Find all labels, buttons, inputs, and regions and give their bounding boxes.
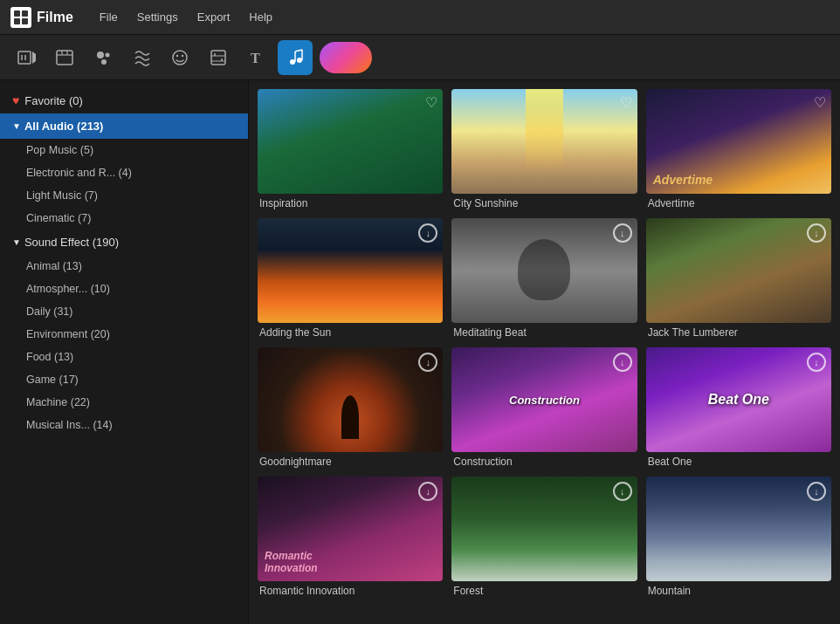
- sidebar-item-machine[interactable]: Machine (22): [0, 391, 248, 414]
- download-icon[interactable]: ↓: [613, 223, 632, 243]
- media-label: Goodnightmare: [258, 456, 443, 468]
- svg-rect-8: [57, 51, 72, 65]
- svg-point-14: [101, 59, 107, 65]
- main-layout: ♥ Favorite (0) ▼ All Audio (213) Pop Mus…: [0, 80, 840, 624]
- favorite-label: Favorite (0): [24, 94, 82, 107]
- download-icon[interactable]: ↓: [418, 482, 437, 501]
- video-edit-tool[interactable]: [9, 40, 44, 75]
- construction-overlay-text: Construction: [509, 394, 580, 407]
- svg-line-26: [295, 50, 302, 51]
- svg-rect-0: [14, 10, 20, 17]
- filter-tool[interactable]: [201, 40, 236, 75]
- media-label: City Sunshine: [451, 197, 637, 209]
- media-label: Forest: [451, 585, 637, 597]
- sticker-tool[interactable]: [162, 40, 197, 75]
- svg-marker-5: [32, 51, 36, 64]
- transition-tool[interactable]: [124, 40, 159, 75]
- sidebar-item-animal[interactable]: Animal (13): [0, 255, 248, 278]
- svg-rect-2: [14, 18, 20, 24]
- media-thumb: Beat One ↓: [646, 347, 831, 452]
- list-item[interactable]: Construction ↓ Construction: [451, 347, 637, 468]
- chevron-down-icon-2: ▼: [12, 237, 21, 247]
- media-thumb: ♡: [258, 89, 443, 194]
- favorite-heart-icon[interactable]: ♡: [620, 94, 632, 111]
- list-item[interactable]: Beat One ↓ Beat One: [646, 347, 831, 468]
- download-icon[interactable]: ↓: [807, 223, 826, 243]
- menu-file[interactable]: File: [91, 7, 127, 27]
- list-item[interactable]: ♡ City Sunshine: [451, 89, 637, 209]
- media-tool[interactable]: [47, 40, 82, 75]
- sidebar-item-cinematic[interactable]: Cinematic (7): [0, 207, 248, 230]
- heart-icon: ♥: [12, 93, 19, 107]
- media-label: Advertime: [646, 197, 831, 209]
- menu-settings[interactable]: Settings: [128, 7, 187, 27]
- text-tool[interactable]: T: [239, 40, 274, 75]
- media-thumb: ↓: [646, 218, 831, 323]
- gradient-effects-btn[interactable]: [320, 42, 372, 73]
- download-icon[interactable]: ↓: [418, 353, 437, 372]
- sidebar-item-all-audio[interactable]: ▼ All Audio (213): [0, 113, 248, 139]
- list-item[interactable]: ↓ Jack The Lumberer: [646, 218, 831, 339]
- sidebar-item-light-music[interactable]: Light Music (7): [0, 184, 248, 207]
- effects-tool[interactable]: [86, 40, 120, 75]
- svg-point-15: [173, 51, 187, 65]
- list-item[interactable]: ↓ Forest: [451, 477, 637, 597]
- sidebar-item-daily[interactable]: Daily (31): [0, 300, 248, 323]
- svg-point-17: [182, 54, 183, 56]
- audio-tool[interactable]: [278, 40, 313, 75]
- sidebar-item-environment[interactable]: Environment (20): [0, 323, 248, 346]
- sidebar-item-favorite[interactable]: ♥ Favorite (0): [0, 87, 248, 113]
- media-label: Meditating Beat: [451, 326, 637, 339]
- sidebar: ♥ Favorite (0) ▼ All Audio (213) Pop Mus…: [0, 80, 249, 624]
- svg-rect-4: [18, 51, 31, 64]
- media-label: Jack The Lumberer: [646, 326, 831, 339]
- favorite-heart-icon[interactable]: ♡: [814, 94, 826, 111]
- app-name: Filme: [37, 10, 73, 25]
- list-item[interactable]: ↓ Mountain: [646, 477, 831, 597]
- all-audio-label: All Audio (213): [24, 120, 104, 133]
- sidebar-item-atmosphere[interactable]: Atmospher... (10): [0, 278, 248, 300]
- download-icon[interactable]: ↓: [613, 482, 632, 501]
- list-item[interactable]: ↓ Meditating Beat: [451, 218, 637, 339]
- media-thumb: ↓ RomanticInnovation: [258, 477, 443, 581]
- download-icon[interactable]: ↓: [807, 482, 826, 501]
- media-label: Adding the Sun: [258, 326, 443, 339]
- sidebar-item-game[interactable]: Game (17): [0, 368, 248, 391]
- svg-rect-1: [22, 10, 28, 17]
- toolbar: T: [0, 35, 840, 80]
- media-thumb: ↓: [451, 477, 637, 581]
- svg-point-22: [290, 59, 295, 65]
- list-item[interactable]: ↓ Adding the Sun: [258, 218, 443, 339]
- sidebar-item-pop-music[interactable]: Pop Music (5): [0, 139, 248, 161]
- svg-point-13: [106, 52, 110, 57]
- list-item[interactable]: ↓ Goodnightmare: [258, 347, 443, 468]
- media-thumb: ♡: [451, 89, 637, 194]
- media-label: Romantic Innovation: [258, 585, 443, 597]
- list-item[interactable]: ♡ Advertime: [646, 89, 831, 209]
- media-thumb: Construction ↓: [451, 347, 637, 452]
- svg-rect-18: [211, 51, 225, 65]
- beat-one-overlay-text: Beat One: [708, 392, 769, 408]
- list-item[interactable]: ↓ RomanticInnovation Romantic Innovation: [258, 477, 443, 597]
- download-icon[interactable]: ↓: [418, 223, 437, 243]
- content-area: ♡ Inspiration ♡ City Sunshine ♡ Advertim…: [249, 80, 840, 624]
- sidebar-item-musical-instruments[interactable]: Musical Ins... (14): [0, 414, 248, 436]
- romantic-overlay-text: RomanticInnovation: [265, 550, 318, 574]
- menu-help[interactable]: Help: [240, 7, 281, 27]
- chevron-down-icon: ▼: [12, 121, 21, 131]
- download-icon[interactable]: ↓: [807, 353, 826, 372]
- svg-point-12: [97, 51, 104, 58]
- sidebar-item-food[interactable]: Food (13): [0, 346, 248, 368]
- title-bar: Filme File Settings Export Help: [0, 0, 840, 35]
- list-item[interactable]: ♡ Inspiration: [258, 89, 443, 209]
- menu-bar: File Settings Export Help: [91, 7, 281, 27]
- media-thumb: ↓: [258, 347, 443, 452]
- media-label: Mountain: [646, 585, 831, 597]
- menu-export[interactable]: Export: [189, 7, 239, 27]
- sidebar-item-sound-effect[interactable]: ▼ Sound Effect (190): [0, 230, 248, 255]
- media-thumb: ↓: [451, 218, 637, 323]
- favorite-heart-icon[interactable]: ♡: [425, 94, 437, 111]
- sidebar-item-electronic[interactable]: Electronic and R... (4): [0, 161, 248, 184]
- download-icon[interactable]: ↓: [613, 353, 632, 372]
- svg-rect-3: [22, 18, 28, 24]
